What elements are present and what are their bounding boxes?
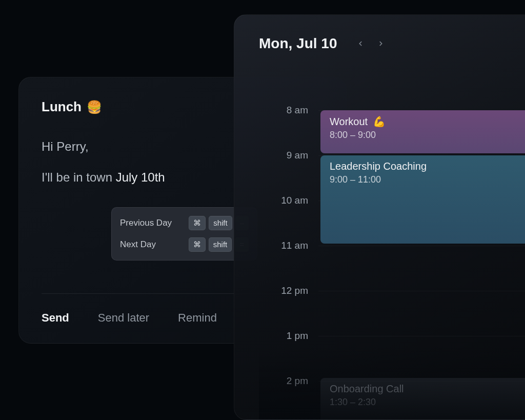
burger-icon: 🍔 [87, 100, 102, 114]
calendar-panel: Mon, Jul 10 8 am 9 am 10 am 11 am 12 pm … [234, 14, 525, 420]
keycap-shift: shift [209, 216, 232, 230]
hour-row: 1 pm [259, 336, 525, 381]
hour-label: 8 am [259, 105, 308, 116]
hour-label: 2 pm [259, 375, 308, 387]
shortcut-row-next-day[interactable]: Next Day ⌘ shift = [120, 235, 249, 254]
hour-label: 11 am [259, 240, 308, 251]
calendar-date-title: Mon, Jul 10 [259, 35, 337, 52]
chevron-right-icon [377, 40, 385, 47]
event-time: 1:30 – 2:30 [330, 397, 525, 408]
event-time: 8:00 – 9:00 [330, 130, 525, 141]
calendar-event-workout[interactable]: Workout 💪 8:00 – 9:00 [320, 110, 525, 153]
compose-subject-text: Lunch [42, 99, 82, 115]
event-title: Leadership Coaching [330, 161, 525, 172]
remind-button[interactable]: Remind [178, 311, 217, 325]
send-later-button[interactable]: Send later [98, 311, 149, 325]
compose-body-prefix: I'll be in town [42, 170, 116, 184]
hour-line [318, 336, 525, 336]
hour-line [318, 246, 525, 246]
shortcut-label: Previous Day [120, 218, 172, 228]
event-title-text: Workout [330, 116, 368, 128]
flex-icon: 💪 [373, 115, 386, 128]
keycap-cmd: ⌘ [189, 237, 206, 252]
hour-label: 10 am [259, 195, 308, 206]
calendar-header: Mon, Jul 10 [259, 35, 525, 52]
keycap-shift: shift [209, 237, 232, 252]
calendar-nav [353, 36, 388, 51]
send-button[interactable]: Send [42, 311, 69, 325]
keycap-cmd: ⌘ [189, 216, 206, 230]
calendar-grid[interactable]: 8 am 9 am 10 am 11 am 12 pm 1 pm 2 pm Wo… [259, 70, 525, 420]
event-time: 9:00 – 11:00 [330, 174, 525, 185]
hour-row: 11 am [259, 246, 525, 291]
shortcut-label: Next Day [120, 239, 156, 250]
calendar-event-leadership[interactable]: Leadership Coaching 9:00 – 11:00 [320, 155, 525, 244]
hour-label: 12 pm [259, 285, 308, 296]
event-title: Workout 💪 [330, 115, 525, 128]
next-day-button[interactable] [374, 36, 388, 51]
hour-label: 1 pm [259, 330, 308, 342]
hour-row: 12 pm [259, 291, 525, 336]
chevron-left-icon [357, 40, 364, 47]
prev-day-button[interactable] [353, 36, 368, 51]
calendar-event-onboarding[interactable]: Onboarding Call 1:30 – 2:30 [320, 378, 525, 420]
shortcut-row-prev-day[interactable]: Previous Day ⌘ shift – [120, 214, 249, 232]
event-title-text: Onboarding Call [330, 383, 404, 395]
hour-line [318, 291, 525, 291]
compose-body-date[interactable]: July 10th [116, 170, 165, 184]
event-title: Onboarding Call [330, 383, 525, 395]
event-title-text: Leadership Coaching [330, 161, 427, 172]
hour-label: 9 am [259, 150, 308, 161]
